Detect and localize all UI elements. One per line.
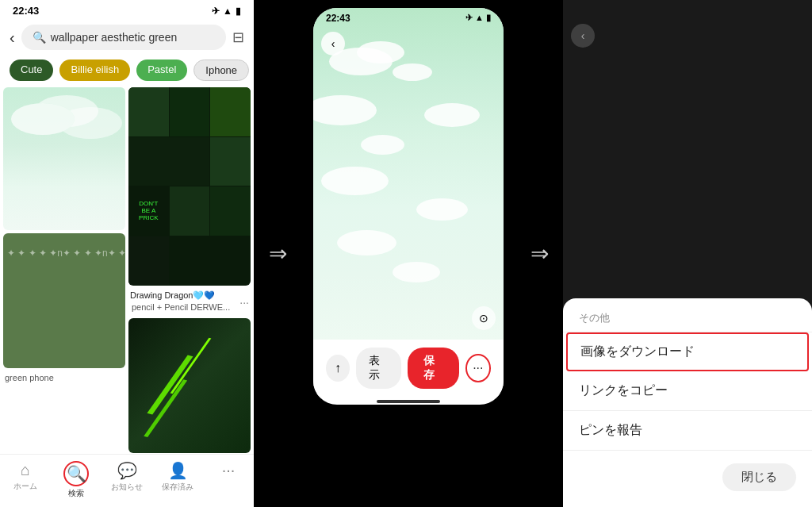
- tags-row: Cute Billie eilish Pastel Iphone Loc: [0, 53, 254, 87]
- saved-icon: 👤: [168, 461, 188, 480]
- back-button-3[interactable]: ‹: [571, 24, 595, 48]
- sheet-close-area: 閉じる: [563, 451, 812, 507]
- cloud-9: [337, 230, 396, 255]
- back-button-2[interactable]: ‹: [321, 32, 345, 56]
- back-button[interactable]: ‹: [10, 29, 15, 47]
- cloud-7: [321, 167, 389, 195]
- status-bar-1: 22:43 ✈ ▲ ▮: [0, 0, 254, 21]
- home-indicator: [377, 400, 440, 403]
- collage-cell-5: [210, 137, 251, 186]
- image-stars-pattern[interactable]: [3, 233, 125, 368]
- caption-sub: pencil + Pencil DERWE...: [130, 301, 232, 313]
- cloud-5: [424, 103, 480, 127]
- sheet-item-report[interactable]: ピンを報告: [563, 411, 812, 451]
- close-button[interactable]: 閉じる: [722, 463, 796, 491]
- camera-search-button[interactable]: ⊙: [472, 306, 496, 330]
- phone-wifi-icon: ▲: [475, 13, 484, 24]
- search-icon: 🔍: [33, 31, 46, 44]
- arrow-1: ⇒: [254, 0, 301, 507]
- panel-image-detail: 22:43 ✈ ▲ ▮ ‹ ⊙ ↑ 表示 保存: [301, 0, 515, 507]
- wifi-icon: ▲: [223, 6, 232, 17]
- phone-time: 22:43: [326, 13, 350, 24]
- cloud-10: [393, 262, 440, 282]
- nav-saved[interactable]: 👤 保存済み: [152, 461, 203, 499]
- sheet-header: その他: [563, 311, 812, 332]
- tag-cute[interactable]: Cute: [10, 60, 53, 81]
- bottom-nav: ⌂ ホーム 🔍 検索 💬 お知らせ 👤 保存済み ···: [0, 454, 254, 507]
- bottom-sheet: その他 画像をダウンロード リンクをコピー ピンを報告 閉じる: [563, 298, 812, 507]
- nav-home-label: ホーム: [13, 481, 37, 492]
- nav-notify[interactable]: 💬 お知らせ: [102, 461, 152, 499]
- phone-frame: 22:43 ✈ ▲ ▮ ‹ ⊙ ↑ 表示 保存: [313, 8, 504, 405]
- image-collage[interactable]: DON'TBE APRICK: [128, 87, 251, 286]
- save-button[interactable]: 保存: [408, 348, 459, 389]
- phone-airplane-icon: ✈: [465, 13, 473, 24]
- collage-cell-1: [128, 87, 169, 136]
- cloud-2: [357, 41, 404, 63]
- tag-billie[interactable]: Billie eilish: [59, 60, 130, 81]
- image-mint-sky[interactable]: [3, 87, 125, 230]
- sheet-item-download[interactable]: 画像をダウンロード: [566, 332, 809, 371]
- dark-background: ‹ その他 画像をダウンロード リンクをコピー ピンを報告 閉じる: [563, 0, 812, 507]
- wallpaper-image[interactable]: ‹ ⊙: [313, 8, 504, 340]
- nav-more-icon: ···: [222, 461, 236, 479]
- collage-cell-6: DON'TBE APRICK: [128, 186, 169, 236]
- tag-iphone[interactable]: Iphone: [193, 60, 249, 81]
- time-1: 22:43: [13, 5, 39, 17]
- grid-col-left: green phone: [3, 87, 125, 454]
- phone-status-icons: ✈ ▲ ▮: [465, 13, 491, 24]
- airplane-icon: ✈: [212, 6, 220, 17]
- image-lightning[interactable]: [128, 318, 251, 453]
- image-grid: green phone DON'TBE APRICK Drawing Drago…: [0, 87, 254, 454]
- cloud-8: [416, 198, 468, 221]
- search-input-text: wallpaper aesthetic green: [51, 31, 178, 44]
- phone-status-bar: 22:43 ✈ ▲ ▮: [313, 8, 504, 25]
- search-input-box[interactable]: 🔍 wallpaper aesthetic green: [21, 25, 226, 50]
- collage-cell-7: [170, 186, 210, 236]
- grid-col-right: DON'TBE APRICK Drawing Dragon🩵💙 pencil +…: [128, 87, 251, 454]
- sheet-item-copy-link[interactable]: リンクをコピー: [563, 371, 812, 411]
- arrow-symbol-2: ⇒: [530, 240, 549, 267]
- panel-bottom-sheet: ‹ その他 画像をダウンロード リンクをコピー ピンを報告 閉じる: [563, 0, 812, 507]
- collage-cell-3: [210, 87, 251, 136]
- panel-search-results: 22:43 ✈ ▲ ▮ ‹ 🔍 wallpaper aesthetic gree…: [0, 0, 254, 507]
- nav-more[interactable]: ···: [203, 461, 254, 499]
- phone-bottom-bar: ↑ 表示 保存 ···: [313, 340, 504, 397]
- filter-icon[interactable]: ⊟: [232, 29, 244, 46]
- nav-home[interactable]: ⌂ ホーム: [0, 461, 51, 499]
- collage-cell-9: [128, 236, 169, 286]
- caption-row: Drawing Dragon🩵💙 pencil + Pencil DERWE..…: [128, 289, 251, 315]
- search-circle: 🔍: [63, 461, 89, 486]
- tag-pastel[interactable]: Pastel: [136, 60, 187, 81]
- collage-cell-8: [210, 186, 251, 236]
- share-button[interactable]: ↑: [326, 355, 350, 382]
- more-dots-icon[interactable]: ···: [239, 296, 249, 309]
- cloud-4: [313, 95, 377, 125]
- search-icon-nav: 🔍: [67, 464, 86, 483]
- arrow-2: ⇒: [515, 0, 563, 507]
- phone-battery-icon: ▮: [486, 13, 491, 24]
- nav-search-label: 検索: [68, 488, 84, 499]
- cloud-3: [393, 63, 432, 81]
- image-caption-bottom: green phone: [3, 371, 125, 384]
- display-button[interactable]: 表示: [356, 348, 401, 389]
- collage-cell-2: [170, 87, 210, 136]
- status-icons-1: ✈ ▲ ▮: [212, 6, 241, 17]
- notify-icon: 💬: [117, 461, 137, 480]
- nav-notify-label: お知らせ: [111, 482, 143, 493]
- collage-cell-4: [128, 137, 209, 186]
- cloud-6: [361, 135, 404, 155]
- nav-search[interactable]: 🔍 検索: [51, 461, 102, 499]
- nav-saved-label: 保存済み: [162, 482, 193, 493]
- caption-title: Drawing Dragon🩵💙: [130, 290, 232, 301]
- more-button[interactable]: ···: [465, 354, 491, 382]
- home-icon: ⌂: [21, 461, 30, 479]
- battery-icon: ▮: [236, 6, 241, 17]
- search-bar: ‹ 🔍 wallpaper aesthetic green ⊟: [0, 21, 254, 53]
- arrow-symbol-1: ⇒: [269, 240, 287, 267]
